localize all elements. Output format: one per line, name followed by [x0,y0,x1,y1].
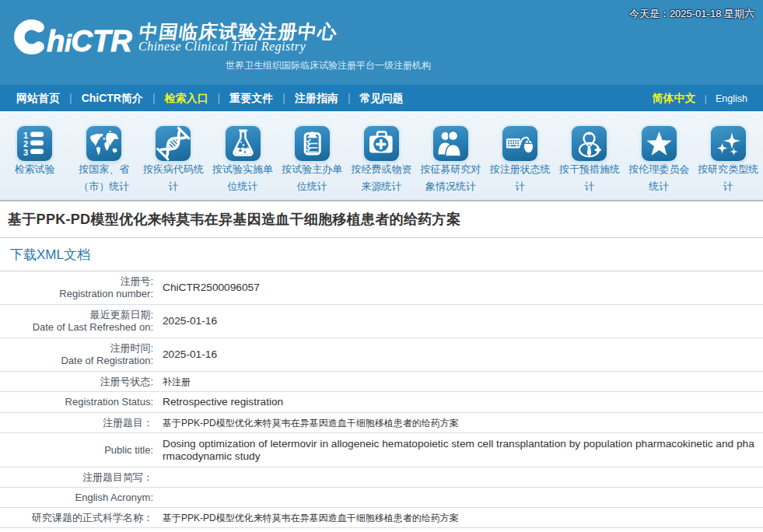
svg-text:3: 3 [23,148,28,157]
